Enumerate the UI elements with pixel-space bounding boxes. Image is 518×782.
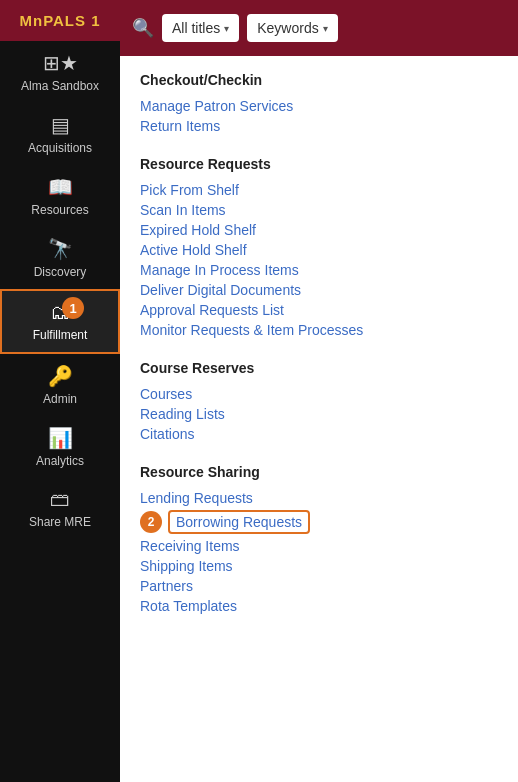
logo-prefix: Mn xyxy=(19,12,43,29)
link-return-items[interactable]: Return Items xyxy=(140,116,498,136)
link-expired-hold-shelf[interactable]: Expired Hold Shelf xyxy=(140,220,498,240)
sidebar-item-label: Discovery xyxy=(34,265,87,279)
link-manage-patron-services[interactable]: Manage Patron Services xyxy=(140,96,498,116)
fulfillment-badge-wrap: 🗂 1 xyxy=(44,301,76,328)
link-lending-requests[interactable]: Lending Requests xyxy=(140,488,498,508)
section-course-reserves: Course Reserves Courses Reading Lists Ci… xyxy=(140,360,498,444)
discovery-icon: 🔭 xyxy=(48,237,73,261)
link-partners[interactable]: Partners xyxy=(140,576,498,596)
link-receiving-items[interactable]: Receiving Items xyxy=(140,536,498,556)
logo-main: PALS 1 xyxy=(43,12,100,29)
sidebar-item-label: Resources xyxy=(31,203,88,217)
keywords-dropdown[interactable]: Keywords ▾ xyxy=(247,14,337,42)
section-title-course-reserves: Course Reserves xyxy=(140,360,498,376)
sidebar-item-label: Acquisitions xyxy=(28,141,92,155)
sidebar-item-admin[interactable]: 🔑 Admin xyxy=(0,354,120,416)
all-titles-label: All titles xyxy=(172,20,220,36)
link-approval-requests-list[interactable]: Approval Requests List xyxy=(140,300,498,320)
fulfillment-badge: 1 xyxy=(62,297,84,319)
section-resource-sharing: Resource Sharing Lending Requests 2 Borr… xyxy=(140,464,498,616)
acquisitions-icon: ▤ xyxy=(51,113,70,137)
sidebar-item-label: Alma Sandbox xyxy=(21,79,99,93)
sidebar-item-acquisitions[interactable]: ▤ Acquisitions xyxy=(0,103,120,165)
alma-sandbox-icon: ⊞★ xyxy=(43,51,78,75)
topbar: 🔍 All titles ▾ Keywords ▾ xyxy=(120,0,518,56)
link-reading-lists[interactable]: Reading Lists xyxy=(140,404,498,424)
section-title-resource-sharing: Resource Sharing xyxy=(140,464,498,480)
share-mre-icon: 🗃 xyxy=(50,488,70,511)
section-resource-requests: Resource Requests Pick From Shelf Scan I… xyxy=(140,156,498,340)
keywords-label: Keywords xyxy=(257,20,318,36)
link-manage-in-process-items[interactable]: Manage In Process Items xyxy=(140,260,498,280)
link-courses[interactable]: Courses xyxy=(140,384,498,404)
link-scan-in-items[interactable]: Scan In Items xyxy=(140,200,498,220)
link-citations[interactable]: Citations xyxy=(140,424,498,444)
sidebar-item-alma-sandbox[interactable]: ⊞★ Alma Sandbox xyxy=(0,41,120,103)
sidebar-item-analytics[interactable]: 📊 Analytics xyxy=(0,416,120,478)
link-pick-from-shelf[interactable]: Pick From Shelf xyxy=(140,180,498,200)
resources-icon: 📖 xyxy=(48,175,73,199)
link-active-hold-shelf[interactable]: Active Hold Shelf xyxy=(140,240,498,260)
sidebar-item-resources[interactable]: 📖 Resources xyxy=(0,165,120,227)
analytics-icon: 📊 xyxy=(48,426,73,450)
link-monitor-requests[interactable]: Monitor Requests & Item Processes xyxy=(140,320,498,340)
sidebar: MnPALS 1 ⊞★ Alma Sandbox ▤ Acquisitions … xyxy=(0,0,120,782)
sidebar-item-label: Share MRE xyxy=(29,515,91,529)
link-shipping-items[interactable]: Shipping Items xyxy=(140,556,498,576)
link-deliver-digital-documents[interactable]: Deliver Digital Documents xyxy=(140,280,498,300)
section-checkout-checkin: Checkout/Checkin Manage Patron Services … xyxy=(140,72,498,136)
app-logo[interactable]: MnPALS 1 xyxy=(0,0,120,41)
search-icon[interactable]: 🔍 xyxy=(132,17,154,39)
admin-icon: 🔑 xyxy=(48,364,73,388)
sidebar-item-label: Admin xyxy=(43,392,77,406)
menu-content: Checkout/Checkin Manage Patron Services … xyxy=(120,56,518,782)
link-rota-templates[interactable]: Rota Templates xyxy=(140,596,498,616)
link-borrowing-requests[interactable]: Borrowing Requests xyxy=(168,510,310,534)
section-title-checkout-checkin: Checkout/Checkin xyxy=(140,72,498,88)
sidebar-item-share-mre[interactable]: 🗃 Share MRE xyxy=(0,478,120,539)
all-titles-dropdown[interactable]: All titles ▾ xyxy=(162,14,239,42)
section-title-resource-requests: Resource Requests xyxy=(140,156,498,172)
keywords-caret: ▾ xyxy=(323,23,328,34)
sidebar-item-fulfillment[interactable]: 🗂 1 Fulfillment xyxy=(0,289,120,354)
sidebar-item-label: Fulfillment xyxy=(33,328,88,342)
all-titles-caret: ▾ xyxy=(224,23,229,34)
sidebar-item-label: Analytics xyxy=(36,454,84,468)
main-panel: 🔍 All titles ▾ Keywords ▾ Checkout/Check… xyxy=(120,0,518,782)
borrowing-requests-badge: 2 xyxy=(140,511,162,533)
sidebar-item-discovery[interactable]: 🔭 Discovery xyxy=(0,227,120,289)
